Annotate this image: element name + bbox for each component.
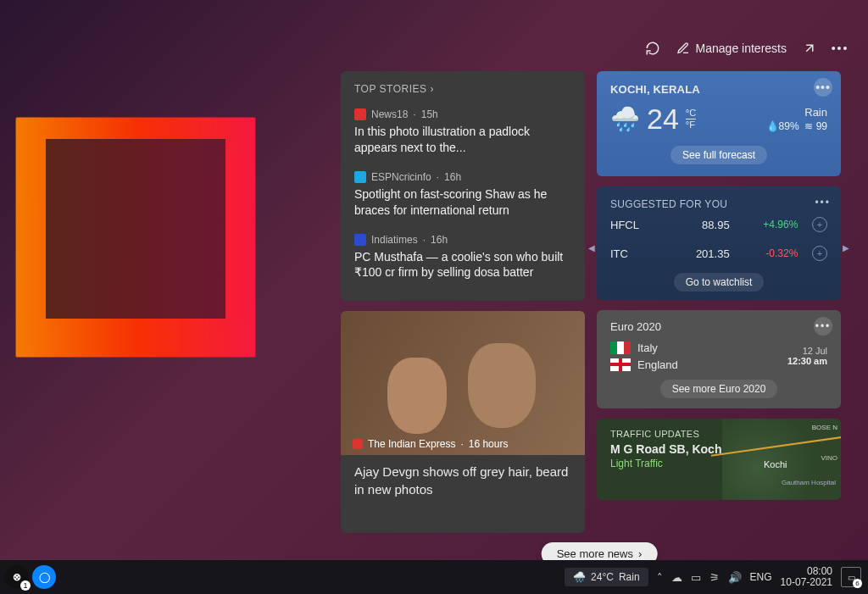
xbox-badge: 1 [20,580,31,591]
ellipsis-icon: ••• [832,41,848,56]
expand-icon [802,41,817,56]
chevron-right-icon: › [431,83,435,95]
expand-button[interactable] [802,41,817,56]
team-name: England [637,358,678,371]
weather-location: KOCHI, KERALA [610,83,827,96]
flyout-toolbar: Manage interests ••• [341,34,858,71]
weather-temp: 24 [647,103,679,136]
taskbar-cortana-button[interactable]: ◯ [32,565,56,589]
see-forecast-button[interactable]: See full forecast [670,146,767,164]
stock-symbol: HFCL [610,219,661,231]
match-date: 12 Jul [787,346,827,356]
stock-symbol: ITC [610,247,661,260]
stock-row[interactable]: ITC 201.35 -0.32% + [610,239,827,268]
story-source: ESPNcricinfo [371,171,431,183]
news-interests-flyout: Manage interests ••• TOP STORIES › News [341,34,858,562]
top-stories-header[interactable]: TOP STORIES › [354,83,571,95]
taskbar-date: 10-07-2021 [781,577,832,588]
sports-more-button[interactable]: ••• [814,317,832,336]
top-stories-card: TOP STORIES › News18 · 15h In this photo… [341,71,585,301]
unit-c[interactable]: °C [686,108,696,119]
story-title: PC Musthafa — a coolie's son who built ₹… [354,249,571,281]
onedrive-icon[interactable]: ☁ [671,571,682,584]
stock-change: +4.96% [738,219,798,230]
stocks-more-button[interactable]: ••• [815,197,831,208]
stocks-next-button[interactable]: ▶ [843,243,849,253]
stock-change: -0.32% [738,247,798,259]
feature-image [341,311,585,455]
source-icon [354,171,366,183]
taskbar-xbox-button[interactable]: ⊗ 1 [5,565,29,589]
taskbar: ⊗ 1 ◯ 🌧️ 24°C Rain ˄ ☁ ▭ ⚞ 🔊 ENG 08:00 1… [0,560,868,594]
story-item[interactable]: News18 · 15h In this photo illustration … [354,102,571,164]
source-icon [354,108,366,120]
match-time: 12 Jul 12:30 am [787,346,827,366]
pencil-icon [676,41,691,56]
story-title: In this photo illustration a padlock app… [354,124,571,156]
stocks-header: SUGGESTED FOR YOU [610,198,827,210]
match-hour: 12:30 am [787,356,827,366]
taskbar-weather-cond: Rain [619,571,640,583]
feature-title: Ajay Devgn shows off grey hair, beard in… [354,464,571,498]
story-item[interactable]: Indiatimes · 16h PC Musthafa — a coolie'… [354,227,571,290]
see-more-sports-button[interactable]: See more Euro 2020 [660,380,778,398]
source-icon [354,234,366,246]
watchlist-button[interactable]: Go to watchlist [674,273,765,291]
weather-condition: Rain [766,106,827,119]
panels-row: TOP STORIES › News18 · 15h In this photo… [341,71,858,554]
taskbar-weather-button[interactable]: 🌧️ 24°C Rain [565,568,648,586]
story-age: 16h [431,234,448,246]
map-label: BOSE N [812,424,837,431]
feature-age: 16 hours [469,438,509,450]
cortana-icon: ◯ [39,571,50,583]
language-indicator[interactable]: ENG [750,571,772,583]
traffic-card[interactable]: TRAFFIC UPDATES M G Road SB, Kochi Light… [597,419,841,500]
story-title: Spotlight on fast-scoring Shaw as he bra… [354,186,571,219]
traffic-map: BOSE N VINO Gautham Hospital [722,419,841,500]
rain-icon: 🌧️ [573,571,586,583]
more-options-button[interactable]: ••• [832,41,848,56]
wifi-icon[interactable]: ⚞ [709,571,720,584]
weather-card[interactable]: ••• KOCHI, KERALA 🌧️ 24 °C °F Rain [597,71,841,176]
sports-card: ••• Euro 2020 Italy England 12 Jul 12:30… [597,310,841,408]
sports-title: Euro 2020 [610,320,827,333]
refresh-icon [645,41,660,56]
humidity-icon: 💧 [766,120,779,132]
manage-interests-button[interactable]: Manage interests [676,41,787,56]
unit-f[interactable]: °F [686,119,696,130]
story-age: 16h [444,171,461,183]
map-label: Gautham Hospital [782,479,836,486]
story-source: News18 [371,108,408,120]
desktop-wallpaper [0,0,356,559]
stock-row[interactable]: HFCL 88.95 +4.96% + [610,210,827,239]
stocks-prev-button[interactable]: ◀ [588,243,595,253]
story-item[interactable]: ESPNcricinfo · 16h Spotlight on fast-sco… [354,164,571,227]
xbox-icon: ⊗ [13,571,21,583]
weather-extra: 99 [816,120,827,132]
action-center-button[interactable]: ▭ 6 [841,567,861,587]
feature-story-card[interactable]: The Indian Express · 16 hours Ajay Devgn… [341,311,585,533]
story-age: 15h [421,108,438,120]
add-stock-button[interactable]: + [812,246,827,261]
weather-more-button[interactable]: ••• [814,78,832,97]
taskbar-weather-temp: 24°C [591,571,614,583]
team-name: Italy [637,341,658,354]
map-label: VINO [821,454,837,462]
battery-icon[interactable]: ▭ [691,571,701,584]
taskbar-clock[interactable]: 08:00 10-07-2021 [781,566,832,588]
manage-interests-label: Manage interests [696,42,787,55]
rain-icon: 🌧️ [610,105,640,133]
refresh-button[interactable] [645,41,660,56]
top-stories-label: TOP STORIES [354,83,427,95]
stocks-card: ◀ ▶ ••• SUGGESTED FOR YOU HFCL 88.95 +4.… [597,186,841,300]
add-stock-button[interactable]: + [812,217,827,232]
tray-expand-icon[interactable]: ˄ [657,571,663,584]
story-source: Indiatimes [371,234,418,246]
weather-humidity: 89% [779,120,799,132]
volume-icon[interactable]: 🔊 [728,571,742,584]
weather-units[interactable]: °C °F [686,108,696,130]
chevron-right-icon: › [638,547,642,560]
source-icon [353,439,363,449]
feature-source: The Indian Express [368,438,455,450]
feature-meta: The Indian Express · 16 hours [353,438,508,450]
